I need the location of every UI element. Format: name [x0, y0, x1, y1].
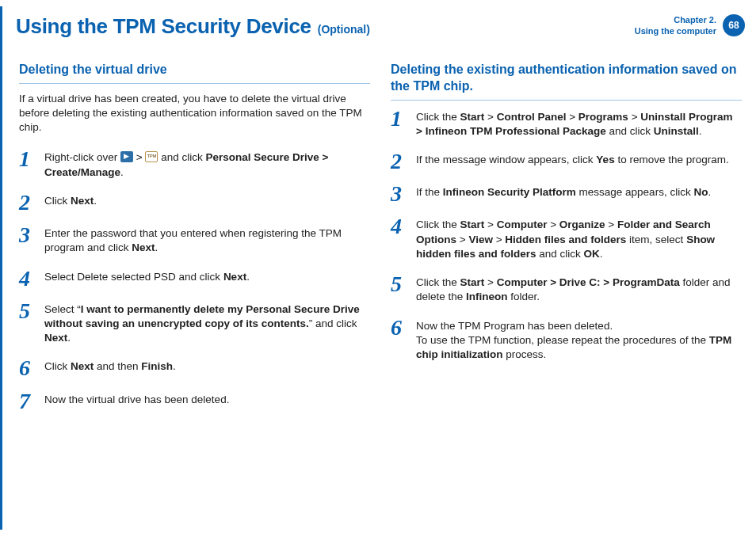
step-body: Select “I want to permanently delete my … — [44, 301, 370, 346]
page-subtitle: (Optional) — [318, 23, 370, 36]
step-body: Click Next. — [44, 192, 97, 208]
step: 3Enter the password that you entered whe… — [19, 225, 370, 255]
step-number: 5 — [391, 274, 408, 294]
page-number-badge: 68 — [723, 14, 745, 36]
step: 1Click the Start > Control Panel > Progr… — [391, 108, 742, 139]
step: 5Click the Start > Computer > Drive C: >… — [391, 274, 742, 304]
step-number: 3 — [19, 225, 36, 245]
step: 7Now the virtual drive has been deleted. — [19, 391, 370, 411]
step-body: Select Delete selected PSD and click Nex… — [44, 268, 250, 284]
taskbar-icon — [120, 151, 133, 162]
step: 4Click the Start > Computer > Organize >… — [391, 216, 742, 261]
step-number: 4 — [19, 268, 36, 288]
step: 3If the Infineon Security Platform messa… — [391, 184, 742, 203]
step: 6Now the TPM Program has been deleted.To… — [391, 317, 742, 363]
content-columns: Deleting the virtual drive If a virtual … — [19, 62, 742, 411]
step: 4Select Delete selected PSD and click Ne… — [19, 268, 370, 288]
page-title: Using the TPM Security Device — [16, 14, 311, 39]
step-body: Enter the password that you entered when… — [44, 225, 370, 255]
tpm-icon — [145, 151, 158, 162]
section-title-left: Deleting the virtual drive — [19, 62, 370, 84]
step-number: 2 — [391, 151, 408, 171]
chapter-line2: Using the computer — [635, 25, 716, 36]
title-block: Using the TPM Security Device (Optional) — [16, 14, 370, 39]
page-edge-bar — [0, 6, 2, 530]
chapter-text: Chapter 2. Using the computer — [635, 14, 716, 37]
left-column: Deleting the virtual drive If a virtual … — [19, 62, 370, 411]
step-number: 4 — [391, 216, 408, 236]
section-title-right: Deleting the existing authentication inf… — [391, 62, 742, 101]
step-body: Click the Start > Computer > Organize > … — [416, 216, 742, 261]
step-body: Right-click over > and click Personal Se… — [44, 149, 370, 179]
step-number: 1 — [391, 108, 408, 128]
step-number: 3 — [391, 184, 408, 203]
right-column: Deleting the existing authentication inf… — [391, 62, 742, 411]
step-body: Click the Start > Computer > Drive C: > … — [416, 274, 742, 304]
step-number: 2 — [19, 192, 36, 212]
section-intro-left: If a virtual drive has been created, you… — [19, 92, 370, 135]
step-body: Now the virtual drive has been deleted. — [44, 391, 229, 407]
step-number: 6 — [391, 317, 408, 337]
step-number: 6 — [19, 358, 36, 378]
step: 2Click Next. — [19, 192, 370, 212]
right-steps: 1Click the Start > Control Panel > Progr… — [391, 108, 742, 363]
step-body: Click Next and then Finish. — [44, 358, 176, 374]
step-body: If the message window appears, click Yes… — [416, 151, 729, 167]
step: 2If the message window appears, click Ye… — [391, 151, 742, 171]
left-steps: 1Right-click over > and click Personal S… — [19, 149, 370, 410]
step-body: If the Infineon Security Platform messag… — [416, 184, 711, 200]
step-body: Now the TPM Program has been deleted.To … — [416, 317, 742, 363]
chapter-block: Chapter 2. Using the computer 68 — [635, 14, 745, 37]
step: 5Select “I want to permanently delete my… — [19, 301, 370, 346]
step-number: 1 — [19, 149, 36, 169]
step: 1Right-click over > and click Personal S… — [19, 149, 370, 179]
step-number: 7 — [19, 391, 36, 411]
page-header: Using the TPM Security Device (Optional)… — [16, 14, 745, 39]
chapter-line1: Chapter 2. — [635, 14, 716, 25]
step-body: Click the Start > Control Panel > Progra… — [416, 108, 742, 139]
step: 6Click Next and then Finish. — [19, 358, 370, 378]
step-number: 5 — [19, 301, 36, 321]
